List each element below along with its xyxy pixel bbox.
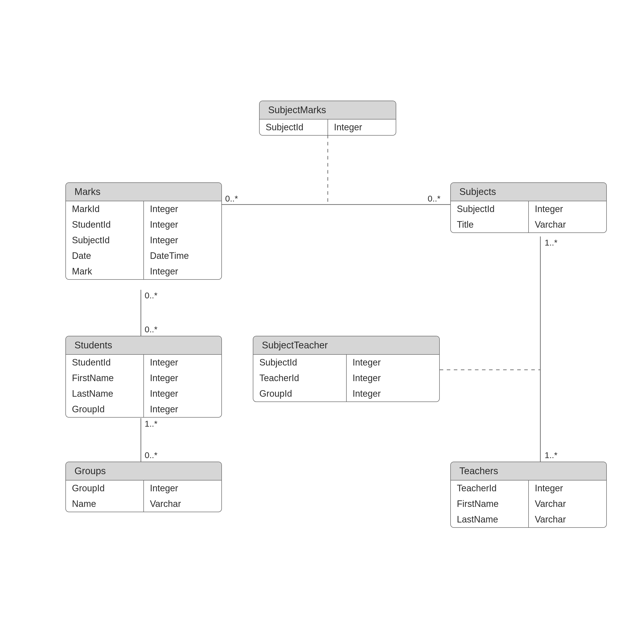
field-name: Name (66, 496, 144, 512)
field-name: SubjectId (451, 201, 529, 217)
field-row: FirstName Varchar (451, 496, 606, 512)
field-row: FirstName Integer (66, 370, 221, 386)
entity-fields: GroupId Integer Name Varchar (66, 480, 221, 512)
field-type: Integer (144, 480, 221, 496)
cardinality-label: 0..* (225, 194, 238, 204)
field-type: Integer (144, 355, 221, 370)
field-type: Varchar (529, 496, 606, 512)
field-name: MarkId (66, 201, 144, 217)
field-row: Date DateTime (66, 248, 221, 264)
cardinality-label: 1..* (145, 419, 157, 429)
field-type: Integer (346, 355, 439, 370)
field-name: Mark (66, 264, 144, 279)
field-type: Integer (144, 217, 221, 232)
entity-fields: SubjectId Integer Title Varchar (451, 201, 606, 232)
field-row: StudentId Integer (66, 217, 221, 232)
entity-subjectmarks: SubjectMarks SubjectId Integer (259, 101, 396, 136)
entity-teachers: Teachers TeacherId Integer FirstName Var… (450, 462, 607, 528)
field-row: GroupId Integer (66, 480, 221, 496)
field-name: SubjectId (253, 355, 346, 370)
field-type: Integer (144, 401, 221, 417)
cardinality-label: 0..* (145, 291, 157, 300)
field-name: FirstName (66, 370, 144, 386)
field-type: Integer (144, 264, 221, 279)
field-row: Mark Integer (66, 264, 221, 279)
entity-title: SubjectTeacher (253, 336, 439, 355)
entity-title: Marks (66, 183, 221, 201)
entity-fields: TeacherId Integer FirstName Varchar Last… (451, 480, 606, 527)
field-name: TeacherId (253, 370, 346, 386)
er-diagram-canvas: { "entities": { "subjectMarks": { "title… (0, 0, 644, 644)
field-row: TeacherId Integer (253, 370, 439, 386)
cardinality-label: 0..* (145, 450, 157, 460)
entity-title: Subjects (451, 183, 606, 201)
field-name: GroupId (66, 401, 144, 417)
field-type: Varchar (144, 496, 221, 512)
field-row: SubjectId Integer (260, 119, 396, 135)
entity-students: Students StudentId Integer FirstName Int… (65, 336, 222, 418)
entity-title: Teachers (451, 462, 606, 480)
entity-fields: SubjectId Integer TeacherId Integer Grou… (253, 355, 439, 401)
cardinality-label: 1..* (545, 450, 557, 460)
field-name: Date (66, 248, 144, 264)
field-type: Varchar (529, 217, 606, 232)
connector-layer (0, 0, 644, 644)
entity-fields: StudentId Integer FirstName Integer Last… (66, 355, 221, 417)
field-name: FirstName (451, 496, 529, 512)
field-type: Integer (529, 201, 606, 217)
field-row: Name Varchar (66, 496, 221, 512)
entity-title: SubjectMarks (260, 101, 396, 119)
field-row: StudentId Integer (66, 355, 221, 370)
field-name: SubjectId (66, 232, 144, 248)
entity-subjectteacher: SubjectTeacher SubjectId Integer Teacher… (253, 336, 440, 402)
field-type: Integer (346, 370, 439, 386)
field-row: SubjectId Integer (451, 201, 606, 217)
field-type: DateTime (144, 248, 221, 264)
field-row: SubjectId Integer (253, 355, 439, 370)
field-row: Title Varchar (451, 217, 606, 232)
entity-marks: Marks MarkId Integer StudentId Integer S… (65, 182, 222, 280)
field-name: TeacherId (451, 480, 529, 496)
entity-groups: Groups GroupId Integer Name Varchar (65, 462, 222, 512)
field-row: LastName Varchar (451, 512, 606, 527)
field-name: Title (451, 217, 529, 232)
field-name: LastName (66, 386, 144, 401)
field-name: GroupId (66, 480, 144, 496)
field-name: LastName (451, 512, 529, 527)
field-type: Integer (144, 201, 221, 217)
field-row: GroupId Integer (66, 401, 221, 417)
field-type: Integer (144, 386, 221, 401)
field-type: Integer (346, 386, 439, 401)
field-row: LastName Integer (66, 386, 221, 401)
cardinality-label: 0..* (145, 325, 157, 334)
field-row: GroupId Integer (253, 386, 439, 401)
cardinality-label: 1..* (545, 238, 557, 248)
field-type: Varchar (529, 512, 606, 527)
field-row: SubjectId Integer (66, 232, 221, 248)
field-name: StudentId (66, 355, 144, 370)
entity-subjects: Subjects SubjectId Integer Title Varchar (450, 182, 607, 233)
entity-title: Students (66, 336, 221, 355)
field-name: SubjectId (260, 119, 328, 135)
entity-fields: MarkId Integer StudentId Integer Subject… (66, 201, 221, 279)
field-name: StudentId (66, 217, 144, 232)
field-type: Integer (328, 119, 396, 135)
field-type: Integer (144, 370, 221, 386)
field-type: Integer (144, 232, 221, 248)
entity-title: Groups (66, 462, 221, 480)
field-row: MarkId Integer (66, 201, 221, 217)
field-name: GroupId (253, 386, 346, 401)
field-type: Integer (529, 480, 606, 496)
cardinality-label: 0..* (428, 194, 440, 204)
field-row: TeacherId Integer (451, 480, 606, 496)
entity-fields: SubjectId Integer (260, 119, 396, 135)
